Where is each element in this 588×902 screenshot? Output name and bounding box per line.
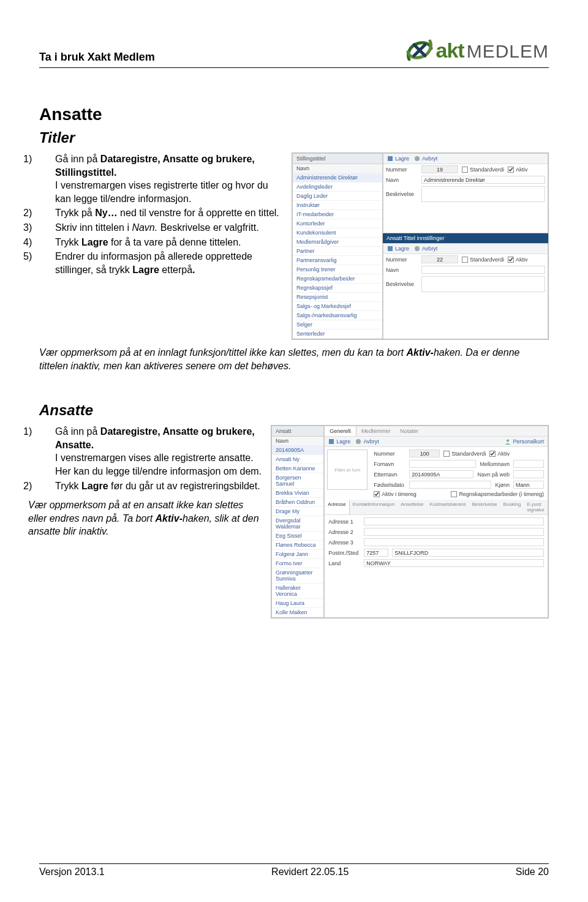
- svg-rect-6: [388, 246, 393, 251]
- cancel-icon: [355, 438, 361, 445]
- standard-checkbox[interactable]: Standardverdi: [462, 167, 504, 173]
- personalkort-button[interactable]: Personalkort: [505, 438, 544, 445]
- beskrivelse-field[interactable]: [421, 276, 545, 292]
- standard-checkbox[interactable]: Standardverdi: [443, 451, 486, 457]
- avbryt-button[interactable]: Avbryt: [414, 246, 437, 252]
- nummer-field[interactable]: 22: [421, 255, 458, 263]
- screenshot-stillingstittel: Stillingstittel Navn Administrerende Dir…: [292, 152, 549, 340]
- steps-ansatte: 1)Gå inn på Dataregistre, Ansatte og bru…: [39, 425, 262, 492]
- list-item[interactable]: Medlemsrådgiver: [293, 238, 382, 247]
- list-item[interactable]: Folgerø Jann: [272, 550, 323, 559]
- standard-checkbox[interactable]: Standardverdi: [462, 257, 504, 263]
- beskrivelse-label: Beskrivelse: [386, 191, 418, 197]
- list-item[interactable]: Kontorleder: [293, 219, 382, 228]
- adresse3-label: Adresse 3: [328, 539, 360, 546]
- list-item[interactable]: Avdelingsleder: [293, 182, 382, 192]
- list-item[interactable]: Kundekonsulent: [293, 228, 382, 238]
- avbryt-button[interactable]: Avbryt: [414, 156, 437, 162]
- list-item[interactable]: Grønningsæter Sunniva: [272, 568, 323, 584]
- svg-rect-8: [462, 257, 468, 262]
- postnr-field[interactable]: 7257: [364, 549, 388, 557]
- list-item[interactable]: Regnskapssjef: [293, 284, 382, 293]
- list-item[interactable]: Partner: [293, 247, 382, 256]
- logo-text-medlem: MEDLEM: [467, 41, 549, 62]
- brand-logo: akt MEDLEM: [405, 37, 549, 64]
- tab-kostnad[interactable]: Kostnadsbærere: [427, 500, 469, 514]
- list-item[interactable]: Ansatt Ny: [272, 455, 323, 464]
- list-item[interactable]: Flønes Rebecca: [272, 541, 323, 550]
- navn-web-field[interactable]: [513, 470, 544, 478]
- list-item[interactable]: Dvergsdal Waldemar: [272, 516, 323, 532]
- list-item[interactable]: Administrerende Direktør: [293, 173, 382, 182]
- lagre-button[interactable]: Lagre: [387, 156, 409, 162]
- heading-titler: Titler: [39, 129, 549, 146]
- sted-field[interactable]: SNILLFJORD: [392, 549, 544, 557]
- list-item[interactable]: Drage My: [272, 507, 323, 516]
- list-item[interactable]: Senterleder: [293, 329, 382, 339]
- list-item[interactable]: Regnskapsmedarbeider: [293, 274, 382, 284]
- navn-label: Navn: [386, 177, 418, 183]
- tab-adresse[interactable]: Adresse: [325, 500, 349, 514]
- tab-ansettelse[interactable]: Ansettelse: [398, 500, 426, 514]
- list-item[interactable]: Brekka Vivian: [272, 489, 323, 498]
- list-item[interactable]: Resepsjonist: [293, 293, 382, 302]
- list-item[interactable]: IT-medarbeider: [293, 210, 382, 219]
- list-item[interactable]: Haug Laura: [272, 599, 323, 608]
- tab-generelt[interactable]: Generelt: [325, 426, 356, 436]
- ansatt-list: 20140905A Ansatt Ny Betten Karianne Borg…: [272, 446, 323, 617]
- svg-point-3: [415, 156, 420, 161]
- nummer-field[interactable]: 100: [409, 449, 440, 457]
- list-item[interactable]: Instruktør: [293, 201, 382, 210]
- avbryt-button[interactable]: Avbryt: [355, 438, 379, 445]
- list-item[interactable]: Partneransvarlig: [293, 256, 382, 265]
- beskrivelse-field[interactable]: [421, 186, 545, 202]
- tab-epost[interactable]: E-post signatur: [524, 500, 548, 514]
- navn-field[interactable]: Administrerende Direktør: [421, 176, 545, 184]
- list-item[interactable]: Borgersen Samuel: [272, 473, 323, 489]
- nummer-label: Nummer: [374, 451, 405, 457]
- fornavn-field[interactable]: [409, 460, 476, 468]
- adresse1-field[interactable]: [364, 517, 544, 525]
- list-item[interactable]: Halleraker Veronica: [272, 584, 323, 599]
- list-item[interactable]: Salgs-/markedsansvarlig: [293, 311, 382, 320]
- heading-ansatte-sub: Ansatte: [39, 402, 549, 419]
- tab-booking[interactable]: Booking: [500, 500, 524, 514]
- lagre-button[interactable]: Lagre: [328, 438, 350, 445]
- aktiv-checkbox[interactable]: Aktiv: [489, 451, 510, 457]
- aktiv-checkbox[interactable]: Aktiv: [508, 257, 528, 263]
- fodsel-label: Fødselsdato: [374, 482, 405, 488]
- nummer-field[interactable]: 19: [421, 165, 458, 173]
- tab-beskrivelse[interactable]: Beskrivelse: [469, 500, 500, 514]
- list-item[interactable]: Eeg Sissel: [272, 532, 323, 541]
- kjonn-field[interactable]: Mann: [513, 481, 544, 489]
- adresse2-field[interactable]: [364, 528, 544, 536]
- screenshot-ansatt: Ansatt Navn 20140905A Ansatt Ny Betten K…: [271, 425, 549, 618]
- list-item[interactable]: 20140905A: [272, 446, 323, 455]
- list-item[interactable]: Kolle Maiken: [272, 608, 323, 617]
- regnskap-checkbox[interactable]: Regnskapsmedarbeider (i timereg): [451, 491, 544, 497]
- list-item[interactable]: Betten Karianne: [272, 464, 323, 473]
- fodsel-field[interactable]: [409, 481, 491, 489]
- svg-point-11: [356, 439, 361, 444]
- nummer-label: Nummer: [386, 167, 418, 173]
- navn-field[interactable]: [421, 266, 545, 274]
- list-item[interactable]: Selger: [293, 320, 382, 329]
- etternavn-field[interactable]: 20140905A: [409, 470, 473, 478]
- list-item[interactable]: Salgs- og Markedssjef: [293, 302, 382, 311]
- aktiv-checkbox[interactable]: Aktiv: [508, 167, 528, 173]
- land-field[interactable]: NORWAY: [364, 559, 544, 567]
- panel-title: Stillingstittel: [293, 154, 382, 164]
- list-item[interactable]: Formo Iver: [272, 559, 323, 568]
- lagre-button[interactable]: Lagre: [387, 246, 409, 252]
- list-item[interactable]: Personlig trener: [293, 265, 382, 274]
- note-ansatte: Vær oppmerksom på at en ansatt ikke kan …: [28, 498, 262, 538]
- list-item[interactable]: Bråthen Oddrun: [272, 498, 323, 507]
- adresse3-field[interactable]: [364, 538, 544, 546]
- list-item[interactable]: Daglig Leder: [293, 192, 382, 201]
- tab-medlemmer[interactable]: Medlemmer: [356, 426, 396, 436]
- aktiv-timereg-checkbox[interactable]: Aktiv i timereg: [374, 491, 417, 497]
- tab-notater[interactable]: Notater: [395, 426, 423, 436]
- mellomnavn-field[interactable]: [513, 460, 544, 468]
- tab-kontakt[interactable]: Kontaktinformasjon: [350, 500, 398, 514]
- save-icon: [328, 438, 334, 445]
